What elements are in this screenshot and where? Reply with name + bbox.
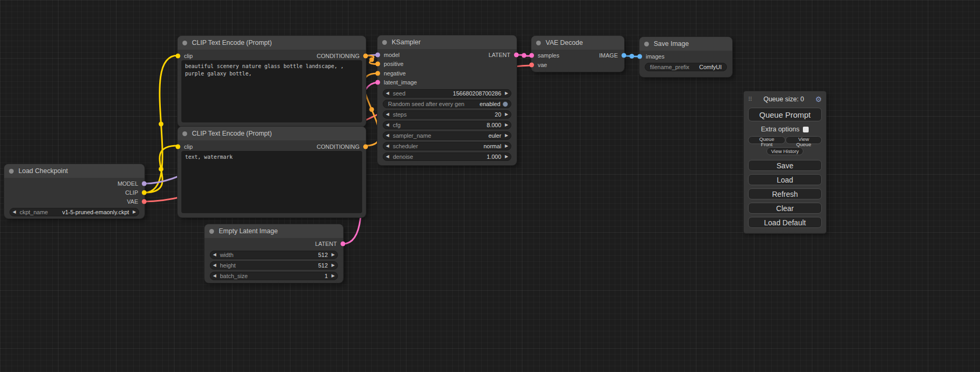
load-button[interactable]: Load bbox=[748, 174, 822, 185]
input-label-model: model bbox=[384, 52, 400, 58]
collapse-dot-icon[interactable] bbox=[382, 40, 387, 45]
filename-prefix-widget[interactable]: filename_prefix ComfyUI bbox=[645, 63, 727, 71]
queue-front-button[interactable]: Queue Front bbox=[748, 136, 785, 144]
increment-icon[interactable]: ▶ bbox=[505, 123, 508, 127]
decrement-icon[interactable]: ◀ bbox=[386, 112, 389, 117]
output-label-model: MODEL bbox=[118, 180, 138, 187]
denoise-widget[interactable]: ◀ denoise 1.000 ▶ bbox=[383, 152, 511, 161]
output-label-conditioning: CONDITIONING bbox=[317, 144, 360, 150]
load-default-button[interactable]: Load Default bbox=[748, 217, 822, 228]
input-socket-clip[interactable] bbox=[176, 145, 180, 149]
input-socket-images[interactable] bbox=[637, 54, 642, 59]
output-socket-model[interactable] bbox=[142, 181, 147, 186]
increment-icon[interactable]: ▶ bbox=[505, 91, 508, 96]
decrement-icon[interactable]: ◀ bbox=[213, 263, 216, 268]
increment-icon[interactable]: ▶ bbox=[505, 155, 508, 159]
view-history-button[interactable]: View History bbox=[766, 147, 804, 155]
output-socket-clip[interactable] bbox=[142, 190, 147, 195]
next-value-icon[interactable]: ▶ bbox=[505, 144, 508, 148]
queue-prompt-button[interactable]: Queue Prompt bbox=[748, 108, 822, 121]
steps-widget[interactable]: ◀ steps 20 ▶ bbox=[383, 110, 511, 119]
collapse-dot-icon[interactable] bbox=[9, 169, 14, 174]
input-socket-negative[interactable] bbox=[375, 71, 380, 75]
save-button[interactable]: Save bbox=[748, 160, 822, 171]
positive-prompt-textarea[interactable]: beautiful scenery nature glass bottle la… bbox=[181, 60, 362, 122]
decrement-icon[interactable]: ◀ bbox=[386, 91, 389, 96]
output-socket-latent[interactable] bbox=[514, 52, 519, 57]
widget-label: sampler_name bbox=[393, 132, 431, 139]
output-label-image: IMAGE bbox=[599, 52, 618, 59]
drag-handle-icon[interactable]: ⠿ bbox=[748, 96, 752, 103]
prev-value-icon[interactable]: ◀ bbox=[13, 210, 16, 214]
increment-icon[interactable]: ▶ bbox=[505, 112, 508, 117]
prev-value-icon[interactable]: ◀ bbox=[386, 133, 389, 138]
input-socket-positive[interactable] bbox=[375, 62, 380, 66]
output-socket-conditioning[interactable] bbox=[363, 145, 368, 149]
node-clip-text-encode-negative[interactable]: CLIP Text Encode (Prompt) clip CONDITION… bbox=[178, 127, 366, 217]
widget-value: ComfyUI bbox=[699, 64, 722, 70]
input-socket-model[interactable] bbox=[375, 52, 380, 57]
output-socket-conditioning[interactable] bbox=[363, 54, 368, 59]
input-socket-clip[interactable] bbox=[176, 54, 180, 59]
settings-gear-icon[interactable]: ⚙ bbox=[815, 96, 822, 103]
collapse-dot-icon[interactable] bbox=[536, 41, 541, 45]
node-title: CLIP Text Encode (Prompt) bbox=[192, 130, 272, 137]
cfg-widget[interactable]: ◀ cfg 8.000 ▶ bbox=[383, 121, 511, 129]
prev-value-icon[interactable]: ◀ bbox=[386, 144, 389, 148]
random-seed-widget[interactable]: Random seed after every gen enabled bbox=[383, 100, 511, 108]
increment-icon[interactable]: ▶ bbox=[332, 274, 335, 278]
clear-button[interactable]: Clear bbox=[748, 203, 822, 214]
output-label-latent: LATENT bbox=[315, 241, 337, 247]
widget-value: 512 bbox=[318, 252, 327, 258]
collapse-dot-icon[interactable] bbox=[644, 42, 649, 46]
negative-prompt-textarea[interactable]: text, watermark bbox=[181, 151, 362, 213]
node-titlebar[interactable]: Empty Latent Image bbox=[205, 224, 343, 238]
extra-options-checkbox[interactable] bbox=[803, 127, 809, 132]
node-save-image[interactable]: Save Image images filename_prefix ComfyU… bbox=[639, 37, 732, 77]
view-queue-button[interactable]: View Queue bbox=[785, 136, 822, 144]
node-ksampler[interactable]: KSampler model LATENT positive negative … bbox=[377, 35, 517, 165]
input-socket-latent-image[interactable] bbox=[375, 80, 380, 85]
next-value-icon[interactable]: ▶ bbox=[133, 210, 136, 214]
input-socket-vae[interactable] bbox=[529, 63, 534, 68]
widget-value: 1.000 bbox=[487, 154, 501, 160]
node-load-checkpoint[interactable]: Load Checkpoint MODEL CLIP VAE ◀ ckpt_na… bbox=[4, 164, 144, 218]
output-label-vae: VAE bbox=[127, 198, 138, 205]
output-socket-vae[interactable] bbox=[142, 199, 147, 204]
increment-icon[interactable]: ▶ bbox=[332, 253, 335, 257]
output-socket-image[interactable] bbox=[622, 53, 626, 58]
collapse-dot-icon[interactable] bbox=[182, 131, 187, 136]
seed-widget[interactable]: ◀ seed 156680208700286 ▶ bbox=[383, 89, 511, 98]
node-titlebar[interactable]: Save Image bbox=[639, 37, 732, 51]
node-titlebar[interactable]: VAE Decode bbox=[531, 36, 624, 50]
link-midpoint-dot bbox=[159, 167, 163, 171]
input-label-samples: samples bbox=[538, 52, 559, 59]
collapse-dot-icon[interactable] bbox=[182, 41, 187, 45]
node-vae-decode[interactable]: VAE Decode samples IMAGE vae bbox=[531, 36, 624, 72]
node-clip-text-encode-positive[interactable]: CLIP Text Encode (Prompt) clip CONDITION… bbox=[178, 36, 366, 127]
output-socket-latent[interactable] bbox=[341, 242, 345, 246]
collapse-dot-icon[interactable] bbox=[209, 229, 214, 234]
node-titlebar[interactable]: KSampler bbox=[377, 35, 517, 49]
input-socket-samples[interactable] bbox=[529, 53, 534, 58]
node-titlebar[interactable]: Load Checkpoint bbox=[4, 164, 144, 178]
height-widget[interactable]: ◀ height 512 ▶ bbox=[210, 261, 338, 270]
width-widget[interactable]: ◀ width 512 ▶ bbox=[210, 251, 338, 259]
refresh-button[interactable]: Refresh bbox=[748, 188, 822, 199]
node-titlebar[interactable]: CLIP Text Encode (Prompt) bbox=[178, 127, 366, 140]
next-value-icon[interactable]: ▶ bbox=[505, 133, 508, 138]
input-label-negative: negative bbox=[384, 70, 406, 77]
batch-size-widget[interactable]: ◀ batch_size 1 ▶ bbox=[210, 272, 338, 280]
node-titlebar[interactable]: CLIP Text Encode (Prompt) bbox=[178, 36, 366, 50]
sampler-name-widget[interactable]: ◀ sampler_name euler ▶ bbox=[383, 131, 511, 140]
increment-icon[interactable]: ▶ bbox=[332, 263, 335, 268]
decrement-icon[interactable]: ◀ bbox=[386, 155, 389, 159]
toggle-icon[interactable] bbox=[502, 101, 508, 107]
decrement-icon[interactable]: ◀ bbox=[386, 123, 389, 127]
decrement-icon[interactable]: ◀ bbox=[213, 274, 216, 278]
node-graph-canvas[interactable]: CLIP Text Encode (Prompt) clip CONDITION… bbox=[0, 0, 980, 372]
scheduler-widget[interactable]: ◀ scheduler normal ▶ bbox=[383, 142, 511, 150]
ckpt-name-widget[interactable]: ◀ ckpt_name v1-5-pruned-emaonly.ckpt ▶ bbox=[9, 208, 139, 216]
node-empty-latent-image[interactable]: Empty Latent Image LATENT ◀ width 512 ▶ … bbox=[205, 224, 343, 283]
decrement-icon[interactable]: ◀ bbox=[213, 253, 216, 257]
